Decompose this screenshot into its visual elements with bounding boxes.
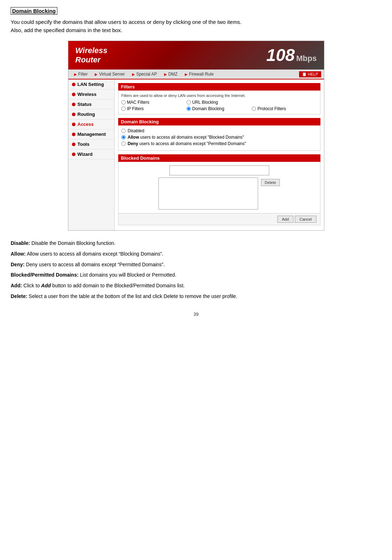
sidebar-label: Wireless: [78, 92, 96, 97]
add-italic: Add: [41, 283, 51, 288]
desc-delete: Delete: Select a user from the table at …: [11, 292, 381, 301]
domains-center-area: Delete: [122, 165, 317, 210]
descriptions: Disable: Disable the Domain Blocking fun…: [11, 239, 381, 301]
text-delete-desc: Select a user from the table at the bott…: [29, 293, 237, 299]
sidebar-item-tools[interactable]: Tools: [68, 139, 114, 149]
cancel-button[interactable]: Cancel: [295, 216, 316, 223]
allow-bold: Allow: [128, 135, 139, 140]
help-icon: 📋: [302, 72, 307, 77]
dot-icon: [72, 113, 75, 116]
label-allow-desc: Allow:: [11, 251, 26, 257]
sidebar-item-wizard[interactable]: Wizard: [68, 149, 114, 159]
filter-protocol: [252, 100, 317, 105]
radio-deny[interactable]: [121, 142, 126, 146]
filter-url-radio[interactable]: [187, 100, 191, 104]
nav-firewall-rule[interactable]: Firewall Rule: [182, 71, 216, 77]
dot-icon: [72, 133, 75, 136]
filter-domain[interactable]: Domain Blocking: [187, 106, 252, 111]
filter-ip[interactable]: IP Filters: [121, 106, 187, 111]
sidebar-item-routing[interactable]: Routing: [68, 109, 114, 119]
sidebar-label: Status: [78, 102, 92, 107]
domain-blocking-section: Domain Blocking Disabled Allow users to …: [118, 118, 320, 151]
domains-top-row: [122, 165, 317, 175]
sidebar-item-status[interactable]: Status: [68, 99, 114, 109]
label-add-desc: Add:: [11, 283, 22, 288]
nav-virtual-server[interactable]: Virtual Server: [92, 71, 127, 77]
sidebar-label: LAN Setting: [78, 82, 104, 87]
blocked-domains-header: Blocked Domains: [118, 154, 320, 162]
sidebar-label: Tools: [78, 142, 90, 147]
router-sidebar: LAN Setting Wireless Status Routing Acce…: [68, 79, 115, 230]
bottom-buttons: Add Cancel: [118, 214, 320, 225]
filter-options: MAC Filters URL Blocking IP Filters: [121, 100, 317, 111]
nav-special-ap[interactable]: Special AP: [129, 71, 160, 77]
domains-main-row: Delete: [122, 178, 317, 210]
logo-router: Router: [75, 55, 108, 65]
sidebar-item-wireless[interactable]: Wireless: [68, 89, 114, 99]
router-header: Wireless Router 108 Mbps: [68, 41, 324, 70]
label-deny-desc: Deny:: [11, 262, 25, 267]
filters-body: Filters are used to allow or deny LAN us…: [118, 91, 320, 114]
filter-domain-label: Domain Blocking: [192, 106, 224, 111]
desc-deny: Deny: Deny users to access all domains e…: [11, 261, 381, 269]
domain-input[interactable]: [169, 165, 269, 175]
deny-bold: Deny: [128, 141, 138, 146]
label-deny: Deny users to access all domains except …: [128, 141, 246, 146]
domains-listbox[interactable]: [158, 178, 258, 210]
option-disabled[interactable]: Disabled: [121, 128, 317, 133]
sidebar-label: Access: [78, 122, 94, 127]
add-button[interactable]: Add: [277, 216, 294, 223]
router-speed: 108 Mbps: [266, 47, 317, 64]
filter-mac[interactable]: MAC Filters: [121, 100, 187, 105]
filters-header: Filters: [118, 83, 320, 91]
filter-protocol-label: Protocol Filters: [257, 106, 286, 111]
filters-description: Filters are used to allow or deny LAN us…: [121, 93, 317, 98]
sidebar-label: Wizard: [78, 151, 93, 157]
router-main: Filters Filters are used to allow or den…: [115, 79, 324, 230]
speed-number: 108: [266, 47, 295, 64]
nav-dmz[interactable]: DMZ: [161, 71, 181, 77]
filter-mac-label: MAC Filters: [127, 100, 150, 105]
label-allow: Allow users to access all domains except…: [128, 135, 244, 140]
text-deny-desc: Deny users to access all domains except …: [26, 262, 165, 267]
dot-icon: [72, 153, 75, 156]
radio-allow[interactable]: [121, 135, 126, 139]
desc-disable: Disable: Disable the Domain Blocking fun…: [11, 239, 381, 248]
desc-allow: Allow: Allow users to access all domains…: [11, 250, 381, 258]
blocked-domains-section: Blocked Domains Delete: [118, 154, 320, 225]
label-disabled: Disabled: [128, 128, 145, 133]
filter-protocol-radio[interactable]: [252, 107, 256, 111]
filter-ip-label: IP Filters: [127, 106, 144, 111]
text-add-after: button to add domain to the Blocked/Perm…: [51, 283, 185, 288]
nav-filter[interactable]: Filter: [71, 71, 91, 77]
option-deny[interactable]: Deny users to access all domains except …: [121, 141, 317, 146]
sidebar-label: Routing: [78, 112, 95, 117]
router-logo: Wireless Router: [75, 46, 108, 65]
text-add-before: Click to: [23, 283, 41, 288]
intro-text: You could specify the domains that allow…: [11, 18, 381, 34]
option-allow[interactable]: Allow users to access all domains except…: [121, 135, 317, 140]
page-number: 39: [11, 312, 381, 317]
delete-button[interactable]: Delete: [261, 179, 280, 186]
sidebar-item-lan-setting[interactable]: LAN Setting: [68, 79, 114, 89]
blocked-domains-body: Delete: [118, 162, 320, 214]
label-blocked-permitted: Blocked/Permitted Domains:: [11, 272, 79, 278]
sidebar-item-access[interactable]: Access: [68, 119, 114, 129]
dot-icon: [72, 103, 75, 106]
radio-disabled[interactable]: [121, 129, 126, 133]
speed-unit: Mbps: [296, 54, 317, 63]
filter-protocol-filters[interactable]: Protocol Filters: [252, 106, 317, 111]
dot-icon: [72, 83, 75, 86]
router-ui: Wireless Router 108 Mbps Filter Virtual …: [68, 41, 324, 231]
filter-ip-radio[interactable]: [121, 107, 126, 111]
nav-help[interactable]: 📋 HELP: [299, 71, 321, 77]
filter-url[interactable]: URL Blocking: [187, 100, 252, 105]
filter-domain-radio[interactable]: [187, 107, 191, 111]
text-disable: Disable the Domain Blocking function.: [31, 240, 115, 246]
sidebar-item-management[interactable]: Management: [68, 129, 114, 139]
filters-section: Filters Filters are used to allow or den…: [118, 83, 320, 114]
sidebar-label: Management: [78, 132, 106, 137]
text-allow-desc: Allow users to access all domains except…: [27, 251, 163, 257]
filter-mac-radio[interactable]: [121, 100, 126, 104]
dot-icon: [72, 143, 75, 146]
